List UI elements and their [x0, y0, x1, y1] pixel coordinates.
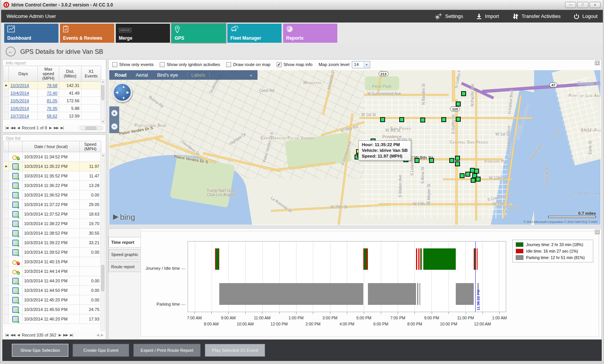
- table-row[interactable]: 10/3/2014 11:38:22 PM19.70: [4, 219, 101, 229]
- tab-time-report[interactable]: Time report: [108, 237, 141, 248]
- hscroll-left[interactable]: ◀: [96, 333, 99, 337]
- map-style-labels[interactable]: Labels: [187, 72, 210, 78]
- gps-marker[interactable]: [456, 117, 461, 122]
- speed-link[interactable]: 72.40: [47, 91, 57, 95]
- col-x1-events[interactable]: X1 Events: [81, 66, 101, 82]
- gps-marker[interactable]: [460, 173, 465, 178]
- day-link[interactable]: 10/5/2014: [10, 98, 29, 103]
- nav-tile-events-reviews[interactable]: Events & Reviews: [60, 24, 114, 43]
- map-style-road[interactable]: Road: [115, 72, 126, 78]
- table-row[interactable]: −10/3/2014 11:40:15 PM: [4, 257, 101, 267]
- last-page-button[interactable]: ▶|: [61, 126, 63, 130]
- hscroll-right[interactable]: ▶: [101, 333, 103, 337]
- prev-page-button[interactable]: ◀: [17, 333, 19, 337]
- prev-page-button[interactable]: ◀: [17, 126, 19, 130]
- gps-marker[interactable]: [399, 117, 404, 122]
- day-link[interactable]: 10/4/2014: [10, 91, 29, 95]
- checkbox-draw-route-on-map[interactable]: Draw route on map: [226, 62, 270, 67]
- tab-speed-graphic[interactable]: Speed graphic: [108, 249, 141, 260]
- table-row[interactable]: 10/3/2014 11:37:22 PM29.05: [4, 200, 101, 209]
- table-row[interactable]: ▸10/3/2014 11:44:14 PM: [4, 267, 101, 276]
- bing-map[interactable]: RoadAerialBird's eyeLabels « ▲▼ ◀▶ + − M…: [109, 70, 601, 225]
- map-zoom-select[interactable]: 14▼: [352, 61, 370, 68]
- table-row[interactable]: 10/3/2014 11:45:20 PM0.00: [4, 295, 101, 305]
- gps-marker[interactable]: [456, 101, 461, 106]
- export-print-route-report-button[interactable]: Export / Print Route Report: [133, 344, 201, 357]
- prev-fast-button[interactable]: ◀◀: [10, 126, 15, 130]
- day-link[interactable]: 10/7/2014: [10, 114, 29, 118]
- checkbox-show-map-info[interactable]: ✓Show map info: [277, 62, 313, 67]
- first-page-button[interactable]: |◀: [5, 126, 8, 130]
- table-row[interactable]: 10/7/201468.6212.99: [4, 112, 101, 120]
- map-pan-control[interactable]: ▲▼ ◀▶: [112, 82, 132, 102]
- gps-marker[interactable]: [380, 117, 385, 122]
- table-row[interactable]: 10/3/2014 11:39:52 PM0.00: [4, 248, 101, 257]
- table-row[interactable]: 10/3/2014 11:37:52 PM18.63: [4, 209, 101, 219]
- next-fast-button[interactable]: ▶▶: [54, 126, 58, 130]
- table-row[interactable]: 10/3/2014 11:36:52 PM0.00: [4, 190, 101, 200]
- nav-tile-gps[interactable]: GPS: [172, 24, 226, 43]
- chart-panel-collapse-button[interactable]: [595, 230, 600, 234]
- topbar-action-import[interactable]: Import: [476, 13, 499, 19]
- gps-marker[interactable]: [429, 158, 434, 163]
- col-dist[interactable]: Dist. (Miles): [59, 66, 81, 82]
- nav-tile-merge[interactable]: MERGEMerge: [116, 24, 170, 43]
- table-row[interactable]: +10/3/2014 11:34:52 PM: [4, 152, 101, 162]
- gps-marker[interactable]: [461, 91, 466, 96]
- gps-scrollbar[interactable]: ▲: [100, 153, 105, 331]
- table-row[interactable]: ▶10/3/201478.68142.31: [4, 82, 101, 89]
- maximize-button[interactable]: □: [577, 2, 588, 8]
- col-speed[interactable]: Speed (MPH): [80, 141, 101, 152]
- nav-tile-dashboard[interactable]: Dashboard: [4, 24, 58, 43]
- col-max-speed[interactable]: Max speed (MPH): [38, 66, 59, 82]
- table-row[interactable]: ▶10/3/2014 11:35:22 PM11.97: [4, 162, 101, 171]
- table-row[interactable]: 10/3/2014 11:44:20 PM0.00: [4, 276, 101, 286]
- map-style-aerial[interactable]: Aerial: [136, 72, 148, 78]
- table-row[interactable]: 10/3/2014 11:44:50 PM0.00: [4, 286, 101, 295]
- col-datetime[interactable]: Date / hour (local): [23, 141, 80, 152]
- table-row[interactable]: 10/3/2014 11:36:22 PM13.28: [4, 181, 101, 190]
- prev-fast-button[interactable]: ◀◀: [10, 333, 15, 337]
- tab-route-report[interactable]: Route report: [108, 261, 141, 272]
- info-scrollbar[interactable]: ▲▼: [100, 79, 105, 124]
- speed-link[interactable]: 81.05: [47, 98, 57, 103]
- table-row[interactable]: 10/3/2014 11:39:22 PM33.21: [4, 238, 101, 248]
- back-button[interactable]: ←: [6, 47, 16, 56]
- table-row[interactable]: 10/4/201472.4041.49: [4, 89, 101, 97]
- topbar-action-settings[interactable]: Settings: [435, 13, 463, 20]
- gps-marker[interactable]: [415, 158, 419, 163]
- table-row[interactable]: 10/3/2014 11:35:52 PM11.47: [4, 171, 101, 181]
- gps-marker[interactable]: [471, 178, 476, 183]
- table-row[interactable]: 10/6/201476.955.88: [4, 105, 101, 112]
- last-page-button[interactable]: ▶|: [70, 333, 73, 337]
- speed-link[interactable]: 68.62: [47, 114, 57, 118]
- map-style-birdseye[interactable]: Bird's eye: [157, 72, 178, 78]
- speed-link[interactable]: 76.95: [47, 106, 57, 111]
- minimize-button[interactable]: —: [565, 2, 576, 8]
- zoom-out-button[interactable]: −: [111, 123, 118, 130]
- checkbox-show-only-events[interactable]: Show only events: [112, 62, 154, 67]
- speed-link[interactable]: 78.68: [47, 83, 57, 88]
- gps-marker[interactable]: [476, 177, 481, 182]
- gps-marker[interactable]: [449, 158, 454, 163]
- close-button[interactable]: x: [589, 2, 601, 8]
- topbar-action-transfer[interactable]: Transfer Activities: [512, 13, 560, 19]
- zoom-in-button[interactable]: +: [111, 110, 118, 116]
- nav-tile-reports[interactable]: Reports: [283, 24, 337, 43]
- checkbox-show-only-ignition-activities[interactable]: Show only ignition activities: [160, 62, 220, 67]
- topbar-action-logout[interactable]: Logout: [573, 13, 598, 19]
- table-row[interactable]: 10/3/2014 11:46:20 PM17.93: [4, 314, 101, 324]
- next-page-button[interactable]: ▶: [49, 126, 52, 130]
- gps-marker[interactable]: [441, 117, 446, 122]
- nav-tile-fleet-manager[interactable]: Fleet Manager: [227, 24, 282, 43]
- first-page-button[interactable]: |◀: [5, 333, 8, 337]
- next-fast-button[interactable]: ▶▶: [63, 333, 68, 337]
- day-link[interactable]: 10/3/2014: [10, 83, 29, 88]
- col-days[interactable]: Days: [9, 66, 38, 82]
- table-row[interactable]: 10/5/201481.05172.56: [4, 97, 101, 105]
- map-panel-collapse-button[interactable]: [595, 61, 600, 65]
- create-gps-event-button[interactable]: Create Gps Event: [73, 344, 129, 357]
- gps-marker[interactable]: [455, 161, 460, 166]
- gps-marker[interactable]: [455, 156, 460, 161]
- gps-marker[interactable]: [420, 118, 425, 122]
